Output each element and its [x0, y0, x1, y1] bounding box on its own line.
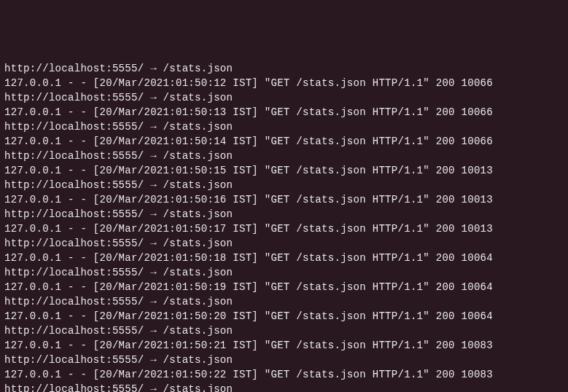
- redirect-log-line: http://localhost:5555/ → /stats.json: [4, 90, 564, 105]
- access-log-line: 127.0.0.1 - - [20/Mar/2021:01:50:19 IST]…: [4, 280, 564, 294]
- redirect-log-line: http://localhost:5555/ → /stats.json: [4, 324, 564, 338]
- terminal-output: http://localhost:5555/ → /stats.json127.…: [4, 61, 564, 392]
- redirect-log-line: http://localhost:5555/ → /stats.json: [4, 236, 564, 251]
- redirect-log-line: http://localhost:5555/ → /stats.json: [4, 119, 564, 134]
- redirect-log-line: http://localhost:5555/ → /stats.json: [4, 61, 564, 76]
- redirect-log-line: http://localhost:5555/ → /stats.json: [4, 149, 564, 163]
- access-log-line: 127.0.0.1 - - [20/Mar/2021:01:50:15 IST]…: [4, 163, 564, 178]
- access-log-line: 127.0.0.1 - - [20/Mar/2021:01:50:18 IST]…: [4, 251, 564, 265]
- redirect-log-line: http://localhost:5555/ → /stats.json: [4, 294, 564, 309]
- redirect-log-line: http://localhost:5555/ → /stats.json: [4, 265, 564, 280]
- redirect-log-line: http://localhost:5555/ → /stats.json: [4, 207, 564, 222]
- access-log-line: 127.0.0.1 - - [20/Mar/2021:01:50:20 IST]…: [4, 309, 564, 324]
- redirect-log-line: http://localhost:5555/ → /stats.json: [4, 353, 564, 367]
- access-log-line: 127.0.0.1 - - [20/Mar/2021:01:50:14 IST]…: [4, 134, 564, 149]
- access-log-line: 127.0.0.1 - - [20/Mar/2021:01:50:21 IST]…: [4, 338, 564, 353]
- access-log-line: 127.0.0.1 - - [20/Mar/2021:01:50:12 IST]…: [4, 76, 564, 90]
- access-log-line: 127.0.0.1 - - [20/Mar/2021:01:50:22 IST]…: [4, 367, 564, 382]
- access-log-line: 127.0.0.1 - - [20/Mar/2021:01:50:17 IST]…: [4, 222, 564, 236]
- access-log-line: 127.0.0.1 - - [20/Mar/2021:01:50:13 IST]…: [4, 105, 564, 119]
- redirect-log-line: http://localhost:5555/ → /stats.json: [4, 178, 564, 192]
- access-log-line: 127.0.0.1 - - [20/Mar/2021:01:50:16 IST]…: [4, 192, 564, 207]
- redirect-log-line: http://localhost:5555/ → /stats.json: [4, 382, 564, 392]
